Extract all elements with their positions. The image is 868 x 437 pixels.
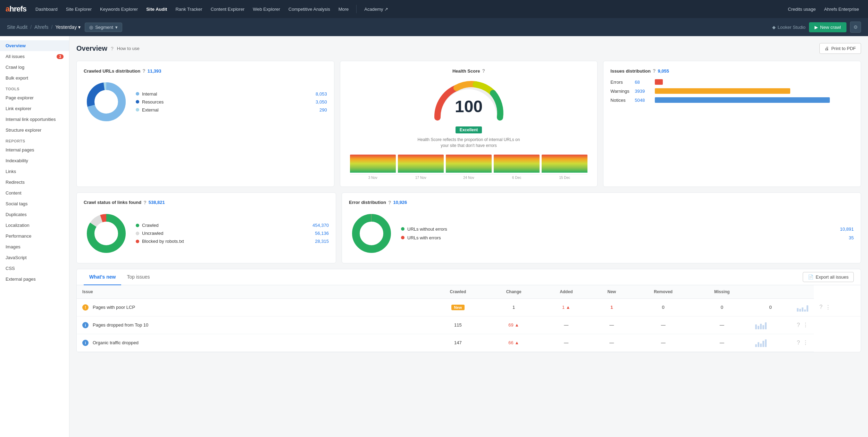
sidebar-item-localization[interactable]: Localization — [0, 220, 69, 231]
crawled-urls-donut — [84, 79, 129, 124]
blocked-count[interactable]: 28,315 — [315, 239, 329, 244]
more-action-icon-3[interactable]: ⋮ — [803, 339, 808, 346]
nav-enterprise[interactable]: Ahrefs Enterprise — [821, 5, 862, 14]
mini-bar — [755, 344, 757, 347]
export-all-issues-button[interactable]: 📄 Export all issues — [803, 272, 854, 282]
nav-keywords-explorer[interactable]: Keywords Explorer — [97, 5, 141, 14]
sidebar-item-css[interactable]: CSS — [0, 263, 69, 274]
breadcrumb-period[interactable]: Yesterday ▾ — [55, 24, 81, 30]
sidebar-item-javascript[interactable]: JavaScript — [0, 252, 69, 263]
segment-button[interactable]: ◎ Segment ▾ — [85, 23, 122, 32]
issue-name[interactable]: Pages dropped from Top 10 — [93, 322, 148, 328]
sidebar-item-indexability[interactable]: Indexability — [0, 155, 69, 166]
tab-top-issues[interactable]: Top issues — [121, 269, 155, 285]
nav-academy[interactable]: Academy ↗ — [361, 5, 392, 14]
logo[interactable]: ahrefs — [6, 5, 26, 14]
notices-line: Notices 5048 — [610, 97, 854, 103]
nav-content-explorer[interactable]: Content Explorer — [207, 5, 248, 14]
more-action-icon[interactable]: ⋮ — [825, 304, 831, 311]
change-value-2: 69 ▲ — [508, 322, 519, 328]
change-value-3: 66 ▲ — [508, 340, 519, 345]
external-count[interactable]: 290 — [319, 107, 327, 113]
sidebar-item-content[interactable]: Content — [0, 188, 69, 198]
issue-name[interactable]: Pages with poor LCP — [93, 305, 135, 310]
crawl-status-help-icon[interactable]: ? — [143, 200, 147, 205]
without-errors-count[interactable]: 10,891 — [840, 226, 854, 232]
sidebar-item-link-explorer[interactable]: Link explorer — [0, 103, 69, 114]
nav-web-explorer[interactable]: Web Explorer — [249, 5, 284, 14]
nav-more[interactable]: More — [335, 5, 352, 14]
crawled-count[interactable]: 454,370 — [312, 223, 329, 228]
sidebar-item-links[interactable]: Links — [0, 166, 69, 177]
table-row: ! Pages with poor LCP New 1 1 ▲ 1 — [77, 298, 861, 316]
internal-count[interactable]: 8,053 — [316, 91, 327, 97]
mini-bar — [762, 341, 764, 347]
breadcrumb: Site Audit / Ahrefs / Yesterday ▾ — [7, 24, 81, 30]
hist-bar-2 — [398, 155, 444, 173]
breadcrumb-site-audit[interactable]: Site Audit — [7, 24, 27, 30]
nav-dashboard[interactable]: Dashboard — [32, 5, 61, 14]
print-to-pdf-button[interactable]: 🖨 Print to PDF — [819, 43, 861, 54]
action-cell-2: ? ⋮ — [791, 316, 814, 334]
play-icon: ▶ — [815, 25, 818, 30]
sidebar-item-bulk-export[interactable]: Bulk export — [0, 73, 69, 83]
help-icon[interactable]: ? — [111, 46, 114, 51]
svg-text:100: 100 — [455, 97, 483, 116]
help-action-icon[interactable]: ? — [819, 304, 823, 310]
without-errors-dot — [401, 227, 404, 231]
sidebar-item-images[interactable]: Images — [0, 241, 69, 252]
sidebar-item-redirects[interactable]: Redirects — [0, 177, 69, 188]
breadcrumb-ahrefs[interactable]: Ahrefs — [34, 24, 48, 30]
nav-competitive-analysis[interactable]: Competitive Analysis — [285, 5, 334, 14]
warnings-count[interactable]: 3939 — [635, 89, 652, 94]
nav-site-explorer[interactable]: Site Explorer — [62, 5, 95, 14]
uncrawled-count[interactable]: 56,136 — [315, 231, 329, 236]
settings-button[interactable]: ⚙ — [850, 22, 861, 33]
help-action-icon-2[interactable]: ? — [797, 322, 800, 328]
issues-dist-help-icon[interactable]: ? — [653, 68, 656, 74]
errors-count[interactable]: 68 — [635, 80, 652, 85]
legend-resources: Resources 3,050 — [136, 98, 327, 106]
nav-credits-usage[interactable]: Credits usage — [784, 5, 819, 14]
new-crawl-button[interactable]: ▶ New crawl — [809, 22, 846, 32]
sidebar-item-structure-explorer[interactable]: Structure explorer — [0, 125, 69, 135]
how-to-use-link[interactable]: How to use — [117, 46, 140, 51]
sidebar-item-internal-link-opportunities[interactable]: Internal link opportunities — [0, 114, 69, 125]
tab-whats-new[interactable]: What's new — [84, 269, 121, 285]
col-new: New — [591, 285, 632, 299]
help-action-icon-3[interactable]: ? — [797, 340, 800, 346]
mini-bar — [760, 324, 762, 329]
resources-count[interactable]: 3,050 — [316, 99, 327, 105]
sidebar-item-all-issues[interactable]: All issues 3 — [0, 51, 69, 62]
history-bars — [350, 154, 588, 174]
looker-studio-button[interactable]: ◆ Looker Studio — [772, 25, 806, 30]
health-score-card: Health Score ? 100 — [340, 61, 598, 187]
without-errors-item: URLs without errors 10,891 — [401, 225, 854, 233]
mini-bar — [807, 305, 808, 312]
notices-count[interactable]: 5048 — [635, 98, 652, 103]
export-icon: 📄 — [808, 274, 813, 280]
issue-name-3[interactable]: Organic traffic dropped — [93, 340, 139, 345]
sidebar-item-internal-pages[interactable]: Internal pages — [0, 145, 69, 155]
sidebar-item-page-explorer[interactable]: Page explorer — [0, 92, 69, 103]
nav-divider — [356, 5, 357, 13]
mini-bar — [755, 324, 757, 329]
nav-site-audit[interactable]: Site Audit — [143, 5, 170, 14]
new-cell: 0 — [632, 298, 694, 316]
sidebar-item-overview[interactable]: Overview — [0, 40, 69, 51]
crawled-urls-help-icon[interactable]: ? — [142, 68, 145, 74]
added-value: 1 — [610, 305, 613, 310]
gauge-wrapper: 100 — [431, 79, 507, 124]
health-score-help-icon[interactable]: ? — [482, 68, 485, 74]
sidebar-item-duplicates[interactable]: Duplicates — [0, 209, 69, 220]
sidebar-item-crawl-log[interactable]: Crawl log — [0, 62, 69, 73]
more-action-icon-2[interactable]: ⋮ — [803, 322, 808, 328]
error-dist-help-icon[interactable]: ? — [388, 200, 391, 205]
crawl-status-card: Crawl status of links found ? 538,821 — [76, 192, 336, 263]
nav-rank-tracker[interactable]: Rank Tracker — [172, 5, 206, 14]
sidebar-item-social-tags[interactable]: Social tags — [0, 198, 69, 209]
sidebar-item-performance[interactable]: Performance — [0, 231, 69, 241]
sidebar-item-external-pages[interactable]: External pages — [0, 274, 69, 285]
with-errors-count[interactable]: 35 — [849, 235, 854, 240]
mini-chart-2 — [755, 321, 786, 329]
